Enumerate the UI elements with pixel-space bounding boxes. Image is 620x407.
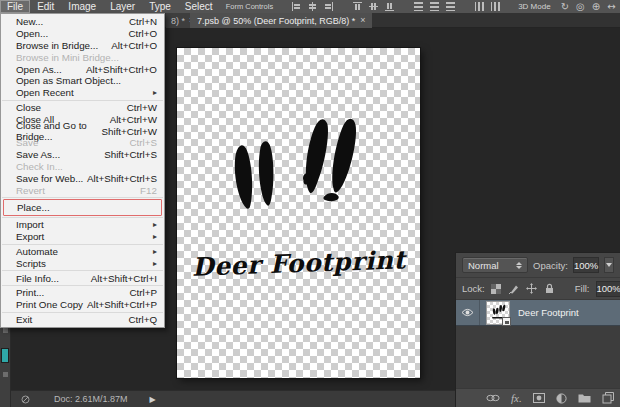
align-horizontal-group xyxy=(292,2,333,11)
menu-item-label: Open Recent xyxy=(16,87,74,98)
menu-item-save-for-web[interactable]: Save for Web...Alt+Shift+Ctrl+S xyxy=(1,172,164,184)
menu-item-label: Browse in Mini Bridge... xyxy=(16,52,119,63)
menu-item-save-as[interactable]: Save As...Shift+Ctrl+S xyxy=(1,149,164,161)
menu-item-print[interactable]: Print...Ctrl+P xyxy=(1,287,164,299)
menu-item-export[interactable]: Export▸ xyxy=(1,231,164,243)
status-options-arrow-icon[interactable]: ▶ xyxy=(150,395,156,404)
slide-3d-icon[interactable]: ↔ xyxy=(607,0,615,13)
menu-item-browse-in-bridge[interactable]: Browse in Bridge...Alt+Ctrl+O xyxy=(1,40,164,52)
lock-all-padlock-icon[interactable] xyxy=(544,283,555,294)
distribute-center-icon[interactable] xyxy=(430,2,439,11)
align-top-edges-icon[interactable] xyxy=(353,2,362,11)
3d-mode-label: 3D Mode xyxy=(518,2,550,11)
opacity-dropdown-button[interactable] xyxy=(604,257,614,273)
menu-item-label: New... xyxy=(16,16,43,27)
lock-position-move-icon[interactable] xyxy=(526,283,537,294)
menu-item-label: Import xyxy=(16,219,44,230)
menu-separator xyxy=(2,100,163,101)
foreground-color-swatch[interactable] xyxy=(1,348,9,363)
fill-value-field[interactable]: 100% xyxy=(596,281,620,297)
menu-item-scripts[interactable]: Scripts▸ xyxy=(1,257,164,269)
distribute-top-icon[interactable] xyxy=(414,2,423,11)
roll-3d-icon[interactable]: ◎ xyxy=(576,0,585,13)
menu-item-label: Scripts xyxy=(16,258,46,269)
menu-item-shortcut: Ctrl+O xyxy=(128,28,157,39)
menu-item-label: Open... xyxy=(16,28,48,39)
menu-item-file-info[interactable]: File Info...Alt+Shift+Ctrl+I xyxy=(1,272,164,284)
menu-item-revert: RevertF12 xyxy=(1,184,164,196)
options-bar: FileEditImageLayerTypeSelect Form Contro… xyxy=(0,0,620,13)
adjustment-layer-icon[interactable] xyxy=(556,392,567,405)
menu-item-import[interactable]: Import▸ xyxy=(1,219,164,231)
menu-item-automate[interactable]: Automate▸ xyxy=(1,246,164,258)
drag-3d-icon[interactable]: ⊕ xyxy=(592,0,600,13)
menubar-item-file[interactable]: File xyxy=(0,0,30,13)
link-layers-icon[interactable] xyxy=(486,392,500,405)
menu-item-shortcut: F12 xyxy=(140,185,157,196)
menu-item-label: Place... xyxy=(17,202,50,213)
new-layer-icon[interactable] xyxy=(602,392,614,405)
background-tab-label: 8) * xyxy=(171,16,185,26)
new-group-folder-icon[interactable] xyxy=(578,392,591,405)
active-document-tab[interactable]: 7.psb @ 50% (Deer Footprint, RGB/8) * × xyxy=(190,13,372,28)
distribute-group xyxy=(414,2,455,11)
menu-item-shortcut: Ctrl+Q xyxy=(128,314,157,325)
close-tab-icon[interactable]: × xyxy=(360,16,365,25)
menu-item-print-one-copy[interactable]: Print One CopyAlt+Shift+Ctrl+P xyxy=(1,299,164,311)
menu-separator xyxy=(2,217,163,218)
menu-item-label: Print One Copy xyxy=(16,299,83,310)
lock-pixels-brush-icon[interactable] xyxy=(508,283,519,294)
menubar-items: FileEditImageLayerTypeSelect xyxy=(0,0,220,13)
updown-arrows-icon xyxy=(516,262,522,269)
document-canvas[interactable]: Deer Footprint xyxy=(177,48,420,378)
distribute-spacing-group xyxy=(475,2,500,11)
menu-item-label: Print... xyxy=(16,287,44,298)
menu-item-close[interactable]: CloseCtrl+W xyxy=(1,102,164,114)
menu-item-close-and-go-to-bridge[interactable]: Close and Go to Bridge...Shift+Ctrl+W xyxy=(1,125,164,137)
menubar-item-layer[interactable]: Layer xyxy=(103,0,142,13)
align-vertical-centers-icon[interactable] xyxy=(369,2,378,11)
lock-label: Lock: xyxy=(462,283,485,294)
align-left-edges-icon[interactable] xyxy=(292,2,301,11)
menubar-item-select[interactable]: Select xyxy=(178,0,220,13)
menu-item-open-as[interactable]: Open As...Alt+Shift+Ctrl+O xyxy=(1,63,164,75)
menu-item-shortcut: Alt+Ctrl+W xyxy=(110,114,157,125)
menu-item-open-as-smart-object[interactable]: Open as Smart Object... xyxy=(1,75,164,87)
menu-item-new[interactable]: New...Ctrl+N xyxy=(1,16,164,28)
menu-item-place[interactable]: Place... xyxy=(3,199,162,216)
align-horizontal-centers-icon[interactable] xyxy=(308,2,317,11)
menu-item-label: Export xyxy=(16,231,44,242)
menubar-item-image[interactable]: Image xyxy=(61,0,103,13)
lock-transparency-icon[interactable] xyxy=(491,284,501,294)
align-right-edges-icon[interactable] xyxy=(324,2,333,11)
menu-item-exit[interactable]: ExitCtrl+Q xyxy=(1,314,164,326)
menu-item-shortcut: Alt+Shift+Ctrl+I xyxy=(91,273,157,284)
menu-item-open[interactable]: Open...Ctrl+O xyxy=(1,28,164,40)
form-controls-label: Form Controls xyxy=(226,2,274,11)
menubar-item-type[interactable]: Type xyxy=(142,0,178,13)
layer-visibility-cell[interactable] xyxy=(456,300,480,325)
menu-item-open-recent[interactable]: Open Recent▸ xyxy=(1,87,164,99)
tool-icon[interactable] xyxy=(3,328,8,333)
submenu-arrow-icon: ▸ xyxy=(153,259,157,268)
layer-row-deer-footprint[interactable]: Deer Footprint xyxy=(456,300,620,326)
opacity-label: Opacity: xyxy=(533,260,568,271)
rotate-3d-icon[interactable]: ↻ xyxy=(561,0,569,13)
align-bottom-edges-icon[interactable] xyxy=(385,2,394,11)
distribute-vertical-icon[interactable] xyxy=(491,2,500,11)
menu-item-shortcut: Alt+Shift+Ctrl+S xyxy=(87,173,157,184)
document-size-info: Doc: 2.61M/1.87M xyxy=(54,394,128,404)
distribute-horizontal-icon[interactable] xyxy=(475,2,484,11)
menubar-item-edit[interactable]: Edit xyxy=(30,0,61,13)
blend-mode-dropdown[interactable]: Normal xyxy=(462,257,528,273)
layer-thumbnail[interactable] xyxy=(487,302,509,324)
tool-icon[interactable] xyxy=(3,372,8,377)
fill-label: Fill: xyxy=(575,283,590,294)
layer-style-fx-icon[interactable]: fx. xyxy=(511,392,522,405)
submenu-arrow-icon: ▸ xyxy=(153,247,157,256)
distribute-bottom-icon[interactable] xyxy=(446,2,455,11)
eye-icon xyxy=(461,308,474,317)
add-layer-mask-icon[interactable] xyxy=(533,392,545,405)
menu-item-label: Save for Web... xyxy=(16,173,83,184)
opacity-value-field[interactable]: 100% xyxy=(573,257,599,273)
